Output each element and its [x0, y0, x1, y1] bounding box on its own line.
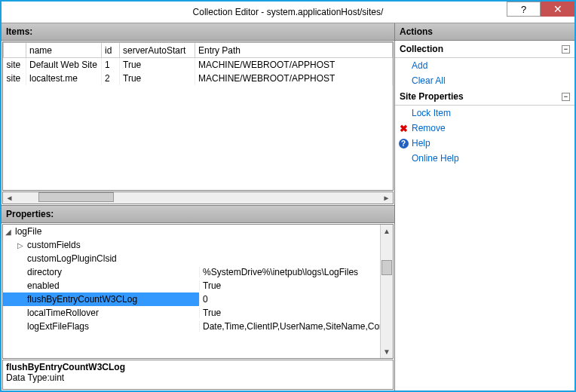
remove-icon: ✖: [398, 123, 409, 133]
properties-grid[interactable]: ◢ logFile ▷customFields customLogPluginC…: [2, 224, 394, 359]
desc-type: Data Type:uint: [6, 372, 390, 383]
scroll-left-icon[interactable]: ◄: [3, 192, 16, 204]
prop-name: logFile: [14, 226, 198, 237]
prop-value[interactable]: True: [199, 280, 380, 291]
cell-type: site: [4, 72, 26, 85]
cell-id: 1: [102, 58, 120, 72]
prop-name: enabled: [26, 280, 199, 291]
cell-name: Default Web Site: [26, 58, 102, 72]
scroll-down-icon[interactable]: ▼: [381, 345, 393, 358]
prop-value[interactable]: %SystemDrive%\inetpub\logs\LogFiles: [199, 267, 380, 277]
items-hscrollbar[interactable]: ◄ ►: [2, 191, 394, 204]
prop-value[interactable]: Date,Time,ClientIP,UserName,SiteName,Com…: [199, 321, 380, 332]
scroll-right-icon[interactable]: ►: [380, 192, 393, 204]
action-add[interactable]: Add: [395, 58, 574, 73]
cell-autostart: True: [120, 58, 195, 72]
cell-autostart: True: [120, 72, 195, 85]
items-header: Items:: [2, 23, 394, 41]
help-button[interactable]: ?: [507, 2, 541, 17]
cell-id: 2: [102, 72, 120, 85]
expand-icon[interactable]: ▷: [15, 241, 26, 250]
col-serverautostart[interactable]: serverAutoStart: [120, 43, 195, 58]
prop-row[interactable]: enabled True: [3, 279, 380, 292]
window-buttons: ? ✕: [507, 2, 574, 17]
cell-entrypath: MACHINE/WEBROOT/APPHOST: [195, 72, 393, 85]
scroll-up-icon[interactable]: ▲: [381, 225, 393, 237]
window-title: Collection Editor - system.applicationHo…: [2, 7, 574, 17]
prop-name: customFields: [26, 240, 199, 250]
collapse-icon[interactable]: −: [562, 45, 570, 54]
actions-header: Actions: [395, 23, 574, 41]
prop-row[interactable]: localTimeRollover True: [3, 306, 380, 320]
properties-header: Properties:: [2, 206, 394, 223]
prop-row[interactable]: logExtFileFlags Date,Time,ClientIP,UserN…: [3, 320, 380, 333]
scroll-thumb[interactable]: [381, 260, 392, 275]
section-title: Collection: [400, 44, 443, 54]
prop-name: customLogPluginClsid: [26, 253, 199, 264]
prop-name: logExtFileFlags: [26, 321, 199, 332]
scroll-thumb[interactable]: [38, 192, 114, 202]
section-title: Site Properties: [400, 91, 464, 102]
col-type[interactable]: [4, 43, 26, 58]
actions-body: Collection − Add Clear All Site Properti…: [395, 41, 574, 390]
table-row[interactable]: site localtest.me 2 True MACHINE/WEBROOT…: [4, 72, 393, 85]
main-area: Items: name id serverAutoStart Entry Pat…: [2, 23, 574, 390]
prop-name: localTimeRollover: [26, 308, 199, 318]
items-grid[interactable]: name id serverAutoStart Entry Path site …: [2, 41, 394, 191]
cell-name: localtest.me: [26, 72, 102, 85]
close-button[interactable]: ✕: [541, 2, 574, 17]
titlebar: Collection Editor - system.applicationHo…: [2, 2, 574, 23]
prop-row[interactable]: ▷customFields: [3, 238, 380, 252]
action-clear-all[interactable]: Clear All: [395, 73, 574, 88]
action-lock-item[interactable]: Lock Item: [395, 106, 574, 121]
section-site-properties[interactable]: Site Properties −: [395, 88, 574, 106]
col-entrypath[interactable]: Entry Path: [195, 43, 393, 58]
col-id[interactable]: id: [102, 43, 120, 58]
action-remove[interactable]: ✖ Remove: [395, 121, 574, 136]
cell-entrypath: MACHINE/WEBROOT/APPHOST: [195, 58, 393, 72]
action-help[interactable]: ? Help: [395, 136, 574, 151]
left-column: Items: name id serverAutoStart Entry Pat…: [2, 23, 395, 390]
prop-value[interactable]: True: [199, 308, 380, 318]
cell-type: site: [4, 58, 26, 72]
properties-pane: Properties: ◢ logFile ▷customFields cust…: [2, 206, 394, 390]
col-name[interactable]: name: [26, 43, 102, 58]
prop-name: flushByEntryCountW3CLog: [26, 294, 199, 305]
prop-name: directory: [26, 267, 199, 277]
actions-column: Actions Collection − Add Clear All Site …: [395, 23, 574, 390]
collapse-icon[interactable]: −: [562, 93, 570, 101]
property-description: flushByEntryCountW3CLog Data Type:uint: [2, 360, 394, 390]
prop-row-logfile[interactable]: ◢ logFile: [3, 225, 380, 238]
prop-row[interactable]: directory %SystemDrive%\inetpub\logs\Log…: [3, 265, 380, 279]
help-icon: ?: [398, 138, 409, 149]
items-pane: Items: name id serverAutoStart Entry Pat…: [2, 23, 394, 206]
section-collection[interactable]: Collection −: [395, 41, 574, 58]
prop-row[interactable]: customLogPluginClsid: [3, 252, 380, 265]
prop-row-selected[interactable]: flushByEntryCountW3CLog 0: [3, 292, 380, 306]
desc-name: flushByEntryCountW3CLog: [6, 362, 390, 372]
collapse-icon[interactable]: ◢: [3, 228, 14, 236]
action-online-help[interactable]: Online Help: [395, 151, 574, 166]
properties-vscrollbar[interactable]: ▲ ▼: [380, 225, 393, 358]
prop-value[interactable]: 0: [199, 294, 380, 305]
table-row[interactable]: site Default Web Site 1 True MACHINE/WEB…: [4, 58, 393, 72]
items-header-row[interactable]: name id serverAutoStart Entry Path: [4, 43, 393, 58]
